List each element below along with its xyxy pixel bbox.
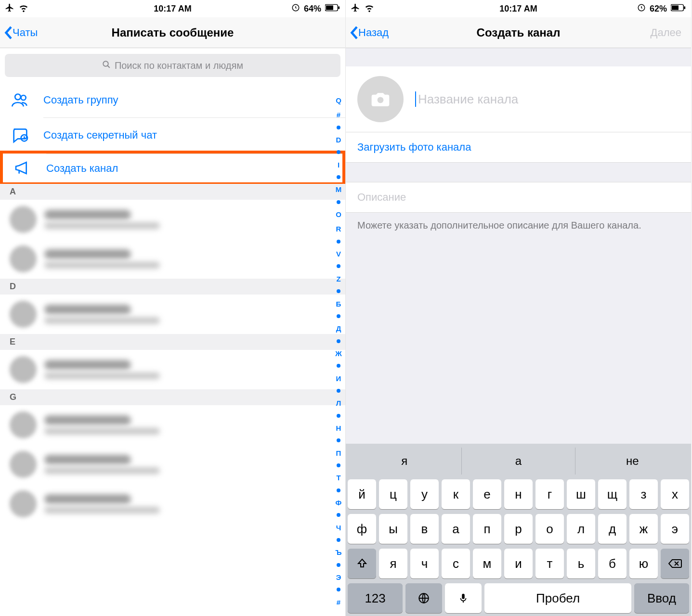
key-х[interactable]: х (661, 479, 689, 509)
key-ч[interactable]: ч (410, 549, 439, 578)
key-и[interactable]: и (504, 549, 533, 578)
key-п[interactable]: п (473, 514, 501, 544)
key-б[interactable]: б (598, 549, 627, 578)
back-button[interactable]: Назад (350, 26, 389, 40)
index-letter[interactable]: Ф (336, 499, 342, 507)
key-globe[interactable] (405, 583, 442, 613)
key-в[interactable]: в (410, 514, 439, 544)
search-input[interactable]: Поиск по контактам и людям (5, 54, 340, 77)
key-ж[interactable]: ж (629, 514, 658, 544)
index-dot[interactable] (337, 289, 340, 293)
index-strip[interactable]: Q#DIMORVZБДЖИЛНПТФЧЪЭ# (333, 96, 344, 606)
index-letter[interactable]: D (336, 136, 341, 144)
contact-item[interactable] (0, 295, 345, 334)
key-й[interactable]: й (348, 479, 376, 509)
index-letter[interactable]: R (336, 225, 341, 233)
index-letter[interactable]: # (337, 598, 340, 606)
key-р[interactable]: р (504, 514, 533, 544)
key-м[interactable]: м (473, 549, 501, 578)
key-ф[interactable]: ф (348, 514, 376, 544)
index-dot[interactable] (337, 200, 340, 204)
index-letter[interactable]: Ъ (335, 548, 341, 556)
key-э[interactable]: э (661, 514, 689, 544)
index-dot[interactable] (337, 513, 340, 517)
channel-name-input[interactable]: Название канала (415, 91, 679, 107)
key-с[interactable]: с (442, 549, 470, 578)
index-dot[interactable] (337, 240, 340, 244)
key-л[interactable]: л (567, 514, 595, 544)
key-ю[interactable]: ю (629, 549, 658, 578)
prediction-1[interactable]: я (348, 448, 462, 475)
index-letter[interactable]: Т (336, 474, 340, 482)
index-dot[interactable] (337, 264, 340, 268)
index-dot[interactable] (337, 314, 340, 318)
upload-photo-button[interactable]: Загрузить фото канала (346, 132, 691, 163)
index-letter[interactable]: O (336, 210, 341, 218)
channel-photo-placeholder[interactable] (357, 76, 404, 122)
index-dot[interactable] (337, 538, 340, 542)
prediction-2[interactable]: а (462, 448, 576, 475)
create-secret-chat-button[interactable]: Создать секретный чат (0, 117, 345, 152)
contact-item[interactable] (0, 200, 345, 239)
key-щ[interactable]: щ (598, 479, 627, 509)
key-з[interactable]: з (629, 479, 658, 509)
key-ш[interactable]: ш (567, 479, 595, 509)
index-letter[interactable]: M (336, 185, 342, 193)
index-dot[interactable] (337, 588, 340, 591)
index-letter[interactable]: Д (336, 324, 341, 333)
back-button[interactable]: Чаты (4, 26, 38, 40)
key-а[interactable]: а (442, 514, 470, 544)
key-н[interactable]: н (504, 479, 533, 509)
index-dot[interactable] (337, 150, 340, 154)
index-letter[interactable]: П (336, 449, 341, 457)
index-dot[interactable] (337, 488, 340, 492)
key-space[interactable]: Пробел (484, 583, 631, 613)
index-letter[interactable]: Л (336, 399, 341, 407)
contact-item[interactable] (0, 350, 345, 389)
create-channel-button[interactable]: Создать канал (0, 151, 345, 185)
key-mic[interactable] (445, 583, 482, 613)
key-к[interactable]: к (442, 479, 470, 509)
contact-item[interactable] (0, 239, 345, 279)
index-dot[interactable] (337, 339, 340, 343)
index-letter[interactable]: Ж (335, 349, 342, 358)
index-letter[interactable]: Н (336, 424, 341, 432)
key-123[interactable]: 123 (348, 583, 403, 613)
index-letter[interactable]: Э (336, 573, 341, 581)
key-ы[interactable]: ы (379, 514, 407, 544)
contact-item[interactable] (0, 405, 345, 445)
index-letter[interactable]: V (336, 250, 341, 258)
key-о[interactable]: о (535, 514, 564, 544)
next-button[interactable]: Далее (651, 26, 687, 39)
index-letter[interactable]: I (338, 161, 339, 169)
contact-item[interactable] (0, 484, 345, 524)
key-е[interactable]: е (473, 479, 501, 509)
index-dot[interactable] (337, 364, 340, 368)
index-letter[interactable]: Б (336, 300, 341, 308)
key-shift[interactable] (348, 549, 376, 578)
index-dot[interactable] (337, 438, 340, 442)
key-ь[interactable]: ь (567, 549, 595, 578)
description-input[interactable]: Описание (346, 182, 691, 213)
key-ц[interactable]: ц (379, 479, 407, 509)
key-т[interactable]: т (535, 549, 564, 578)
index-dot[interactable] (337, 175, 340, 179)
prediction-3[interactable]: не (575, 448, 689, 475)
key-backspace[interactable] (661, 549, 689, 578)
index-letter[interactable]: Ч (336, 524, 341, 532)
key-д[interactable]: д (598, 514, 627, 544)
index-dot[interactable] (337, 563, 340, 567)
create-group-button[interactable]: Создать группу (0, 83, 345, 117)
index-letter[interactable]: И (336, 374, 341, 383)
index-letter[interactable]: Q (336, 96, 341, 104)
key-я[interactable]: я (379, 549, 407, 578)
index-dot[interactable] (337, 463, 340, 467)
key-г[interactable]: г (535, 479, 564, 509)
contact-item[interactable] (0, 445, 345, 484)
index-letter[interactable]: # (337, 111, 340, 119)
index-dot[interactable] (337, 126, 340, 129)
index-dot[interactable] (337, 389, 340, 393)
key-у[interactable]: у (410, 479, 439, 509)
index-letter[interactable]: Z (336, 275, 340, 283)
index-dot[interactable] (337, 414, 340, 418)
